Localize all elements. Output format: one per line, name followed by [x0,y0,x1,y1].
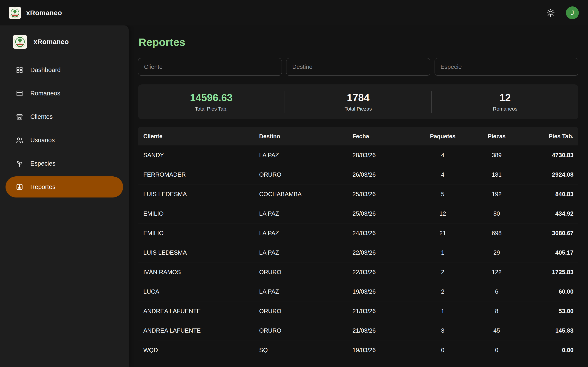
user-avatar[interactable]: J [566,6,579,19]
app-logo-icon [13,35,27,49]
table-row[interactable]: ANDREA LAFUENTEORURO21/03/26345145.83 [138,321,578,340]
sidebar-brand-label: xRomaneo [34,38,69,46]
stat-label: Total Pies Tab. [195,106,228,112]
cell-piezas: 80 [471,204,522,223]
filter-destino-input[interactable] [286,58,430,76]
column-header-pies_tab: Pies Tab. [522,127,578,145]
cell-paquetes: 1 [414,243,471,262]
table-row[interactable]: IVÁN RAMOSORURO22/03/2621221725.83 [138,262,578,282]
cell-pies_tab: 0.00 [522,340,578,360]
table-row[interactable]: LUIS LEDESMALA PAZ22/03/26129405.17 [138,243,578,262]
cell-destino: ORURO [259,301,352,321]
sidebar-item-label: Usuarios [30,137,55,144]
table-row[interactable]: LUCALA PAZ19/03/262660.00 [138,282,578,301]
sidebar: xRomaneo DashboardRomaneosClientesUsuari… [0,25,129,367]
app-logo-icon [9,7,21,19]
filters-row [138,58,578,76]
cell-paquetes: 6 [414,360,471,367]
users-icon [16,136,23,144]
sidebar-item-usuarios[interactable]: Usuarios [6,130,123,151]
table-header-row: ClienteDestinoFechaPaquetesPiezasPies Ta… [138,127,578,145]
cell-paquetes: 4 [414,165,471,184]
plant-icon [16,160,23,167]
app-window: xRomaneo J [0,0,588,367]
cell-cliente: LUIS LEDESMA [138,243,259,262]
cell-fecha: 19/03/26 [353,340,414,360]
stat-value: 14596.63 [190,92,233,103]
top-actions: J [544,6,579,19]
sidebar-item-label: Dashboard [30,67,61,74]
filter-especie-input[interactable] [435,58,578,76]
stat-value: 1784 [347,92,370,103]
sidebar-item-dashboard[interactable]: Dashboard [6,59,123,81]
cell-cliente: SANDY [138,145,259,165]
table-row[interactable]: ANDREA LAFUENTEORURO21/03/261853.00 [138,301,578,321]
cell-pies_tab: 53.00 [522,301,578,321]
cell-destino: LA PAZ [259,145,352,165]
table-row[interactable]: LUIS LEDESMACOCHABAMBA25/03/265192840.83 [138,184,578,204]
cell-fecha: 24/03/26 [353,223,414,243]
sidebar-item-clientes[interactable]: Clientes [6,106,123,127]
filter-cliente-input[interactable] [138,58,282,76]
cell-fecha: 18/03/26 [353,360,414,367]
cell-fecha: 22/03/26 [353,243,414,262]
cell-piezas: 122 [471,262,522,282]
cell-piezas: 192 [471,184,522,204]
table-row[interactable]: FERROMADERORURO26/03/2641812924.08 [138,165,578,184]
chart-icon [16,183,23,191]
cell-paquetes: 5 [414,184,471,204]
cell-fecha: 22/03/26 [353,262,414,282]
cell-pies_tab: 405.17 [522,243,578,262]
summary-stat-total-pies-tab: 14596.63Total Pies Tab. [138,92,285,112]
sidebar-item-label: Especies [30,160,56,167]
cell-fecha: 21/03/26 [353,301,414,321]
cell-paquetes: 0 [414,340,471,360]
cell-piezas: 8 [471,301,522,321]
cell-piezas: 45 [471,321,522,340]
sidebar-brand: xRomaneo [0,33,129,50]
cell-cliente: EMILIO [138,204,259,223]
cell-destino: ORURO [259,321,352,340]
cell-paquetes: 2 [414,262,471,282]
cell-destino: QWD [259,360,352,367]
cell-pies_tab: 3080.67 [522,223,578,243]
summary-stat-total-piezas: 1784Total Piezas [285,92,432,112]
cell-cliente: WQD [138,340,259,360]
cell-paquetes: 1 [414,301,471,321]
cell-destino: ORURO [259,262,352,282]
cell-pies_tab: 2924.08 [522,165,578,184]
cell-paquetes: 4 [414,145,471,165]
cell-fecha: 19/03/26 [353,282,414,301]
cell-fecha: 25/03/26 [353,184,414,204]
stat-label: Romaneos [493,106,517,112]
cell-pies_tab: 60.00 [522,282,578,301]
theme-toggle-button[interactable] [544,6,557,19]
cell-paquetes: 2 [414,282,471,301]
table-row[interactable]: EMILIOLA PAZ24/03/26216983080.67 [138,223,578,243]
sidebar-item-reportes[interactable]: Reportes [6,176,123,198]
sidebar-item-romaneos[interactable]: Romaneos [6,83,123,104]
cell-paquetes: 3 [414,321,471,340]
main-content: Reportes 14596.63Total Pies Tab.1784Tota… [129,25,588,367]
document-icon [16,90,23,97]
cell-pies_tab: 1725.83 [522,262,578,282]
reports-table: ClienteDestinoFechaPaquetesPiezasPies Ta… [138,127,578,367]
cell-cliente: IVÁN RAMOS [138,262,259,282]
sidebar-item-label: Reportes [30,184,56,191]
sidebar-item-especies[interactable]: Especies [6,153,123,174]
sun-icon [546,8,555,17]
table-row[interactable]: EMILIOLA PAZ25/03/261280434.92 [138,204,578,223]
cell-paquetes: 21 [414,223,471,243]
cell-piezas: 181 [471,165,522,184]
cell-cliente: EMILIO [138,223,259,243]
cell-pies_tab: 840.83 [522,184,578,204]
cell-destino: LA PAZ [259,282,352,301]
table-row[interactable]: QDQWD18/03/26634195.46 [138,360,578,367]
column-header-piezas: Piezas [471,127,522,145]
table-row[interactable]: SANDYLA PAZ28/03/2643894730.83 [138,145,578,165]
cell-cliente: ANDREA LAFUENTE [138,301,259,321]
cell-fecha: 25/03/26 [353,204,414,223]
table-row[interactable]: WQDSQ19/03/26000.00 [138,340,578,360]
cell-destino: SQ [259,340,352,360]
cell-piezas: 6 [471,282,522,301]
